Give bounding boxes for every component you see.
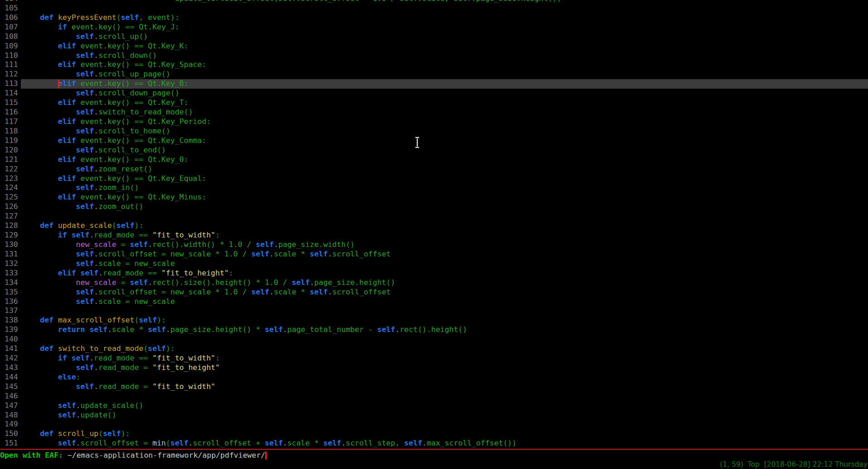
code-token	[85, 325, 90, 334]
code-token: self	[103, 429, 121, 438]
code-line[interactable]: 126 self.zoom_out()	[0, 202, 868, 212]
code-text: self.scroll_down()	[21, 51, 868, 61]
code-text: self.zoom_out()	[21, 202, 868, 212]
code-token: ):	[134, 221, 143, 230]
code-line[interactable]: 136 self.scale = new_scale	[0, 297, 868, 307]
code-token: max_scroll_offset())	[427, 439, 517, 447]
code-token: self	[76, 165, 94, 173]
code-line[interactable]: 143 self.read_mode = "fit_to_height"	[0, 363, 868, 373]
code-text: self.scroll_up()	[21, 32, 868, 42]
line-number: 141	[0, 344, 21, 354]
code-token: switch_to_read_mode	[58, 344, 143, 353]
code-line[interactable]: 145 self.read_mode = "fit_to_width"	[0, 382, 868, 392]
code-line[interactable]: 150 def scroll_up(self):	[0, 429, 868, 439]
code-line[interactable]: 137	[0, 306, 868, 316]
line-number: 127	[0, 212, 21, 221]
code-token: .	[94, 363, 99, 372]
code-line[interactable]: 144 else:	[0, 373, 868, 382]
code-token: scroll_offset	[332, 288, 391, 296]
code-text	[21, 306, 868, 316]
line-number: 137	[0, 306, 21, 316]
code-line[interactable]: 128 def update_scale(self):	[0, 221, 868, 231]
code-line[interactable]: 124 self.zoom_in()	[0, 183, 868, 193]
code-line[interactable]: 105	[0, 4, 868, 13]
code-line[interactable]: 109 elif event.key() == Qt.Key_K:	[0, 42, 868, 51]
code-line[interactable]: 149	[0, 420, 868, 429]
code-token	[22, 439, 58, 447]
code-line[interactable]: 139 return self.scale * self.page_size.h…	[0, 325, 868, 335]
code-token: def	[40, 344, 53, 353]
code-text: if self.read_mode == "fit_to_width":	[21, 354, 868, 363]
code-line[interactable]: 133 elif self.read_mode == "fit_to_heigh…	[0, 269, 868, 278]
partial-code-line[interactable]: 104 update_vertical_offset(self.scroll_o…	[0, 0, 868, 4]
code-token: elif	[58, 136, 76, 145]
code-token: zoom_in()	[99, 183, 139, 192]
code-token: elif	[58, 98, 76, 107]
code-line[interactable]: 127	[0, 212, 868, 221]
code-token	[22, 269, 58, 277]
code-line[interactable]: 147 self.update_scale()	[0, 401, 868, 411]
line-number: 112	[0, 70, 21, 79]
code-line[interactable]: 125 elif event.key() == Qt.Key_Minus:	[0, 193, 868, 202]
minibuffer-input[interactable]: ~/emacs-application-framework/app/pdfvie…	[67, 451, 265, 460]
code-line[interactable]: 123 elif event.key() == Qt.Key_Equal:	[0, 174, 868, 184]
code-text: self.scroll_up_page()	[21, 70, 868, 79]
code-line[interactable]: 146	[0, 392, 868, 401]
code-line[interactable]: 116 self.switch_to_read_mode()	[0, 108, 868, 117]
line-number: 104	[0, 0, 21, 4]
code-line[interactable]: 130 new_scale = self.rect().width() * 1.…	[0, 240, 868, 250]
code-token: .	[94, 382, 99, 391]
code-line[interactable]: 108 self.scroll_up()	[0, 32, 868, 42]
code-token: .	[148, 240, 153, 249]
code-line[interactable]: 121 elif event.key() == Qt.Key_0:	[0, 155, 868, 165]
line-number: 129	[0, 231, 21, 240]
code-line[interactable]: 106 def keyPressEvent(self, event):	[0, 13, 868, 23]
minibuffer[interactable]: Open with EAF: ~/emacs-application-frame…	[0, 450, 868, 460]
code-line[interactable]: 135 self.scroll_offset = new_scale * 1.0…	[0, 288, 868, 297]
code-line[interactable]: 110 self.scroll_down()	[0, 51, 868, 61]
code-token: .	[76, 439, 81, 447]
code-line[interactable]: 142 if self.read_mode == "fit_to_width":	[0, 354, 868, 363]
code-line[interactable]: 119 elif event.key() == Qt.Key_Comma:	[0, 136, 868, 146]
code-line[interactable]: 132 self.scale = new_scale	[0, 259, 868, 269]
code-token	[22, 165, 76, 173]
code-line[interactable]: 141 def switch_to_read_mode(self):	[0, 344, 868, 354]
code-token: event.key() == Qt.Key_Equal:	[76, 174, 206, 183]
code-token: elif	[58, 79, 76, 88]
code-line[interactable]: 114 self.scroll_down_page()	[0, 89, 868, 98]
code-line[interactable]: 129 if self.read_mode == "fit_to_width":	[0, 231, 868, 240]
code-token: self	[323, 439, 341, 447]
code-line[interactable]: 112 self.scroll_up_page()	[0, 70, 868, 79]
code-token: self	[265, 439, 283, 447]
code-token: =	[116, 240, 130, 249]
code-token	[22, 316, 40, 324]
code-text: elif event.key() == Qt.Key_Equal:	[21, 174, 868, 184]
code-token	[22, 250, 76, 258]
code-line[interactable]: 122 self.zoom_reset()	[0, 165, 868, 174]
code-text: elif event.key() == Qt.Key_Space:	[21, 60, 868, 70]
code-line[interactable]: 140	[0, 335, 868, 344]
code-line[interactable]: 117 elif event.key() == Qt.Key_Period:	[0, 117, 868, 127]
code-line[interactable]: 113 elif event.key() == Qt.Key_B:	[0, 79, 868, 89]
code-token	[22, 363, 76, 372]
code-token: .	[283, 439, 287, 447]
code-line[interactable]: 115 elif event.key() == Qt.Key_T:	[0, 98, 868, 108]
code-line[interactable]: 148 self.update()	[0, 411, 868, 420]
code-line[interactable]: 138 def max_scroll_offset(self):	[0, 316, 868, 325]
code-token: (	[166, 439, 171, 447]
code-text: elif event.key() == Qt.Key_T:	[21, 98, 868, 108]
code-token: self	[72, 354, 90, 362]
code-token: self	[76, 70, 94, 78]
code-line[interactable]: 120 self.scroll_to_end()	[0, 146, 868, 155]
code-token: def	[40, 221, 53, 230]
code-line[interactable]: 134 new_scale = self.rect().size().heigh…	[0, 278, 868, 288]
code-line[interactable]: 107 if event.key() == Qt.Key_J:	[0, 23, 868, 32]
code-line[interactable]: 151 self.scroll_offset = min(self.scroll…	[0, 439, 868, 448]
code-token: self	[130, 240, 148, 249]
code-text: def max_scroll_offset(self):	[21, 316, 868, 325]
code-line[interactable]: 111 elif event.key() == Qt.Key_Space:	[0, 60, 868, 70]
code-line[interactable]: 131 self.scroll_offset = new_scale * 1.0…	[0, 250, 868, 259]
code-token	[22, 70, 76, 78]
code-token: scroll_offset = new_scale * 1.0 /	[99, 288, 252, 296]
code-line[interactable]: 118 self.scroll_to_home()	[0, 127, 868, 136]
